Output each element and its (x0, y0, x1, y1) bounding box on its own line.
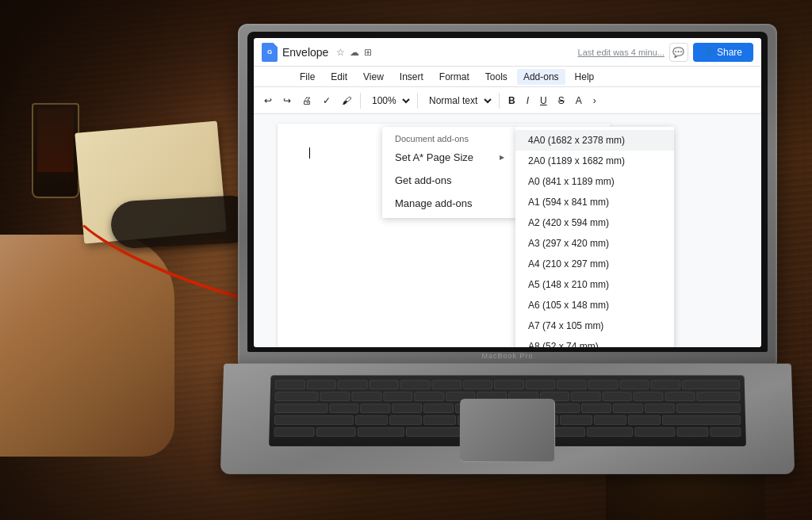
addons-get[interactable]: Get add-ons (382, 169, 517, 192)
key[interactable] (627, 415, 660, 425)
get-addons-label: Get add-ons (395, 174, 452, 186)
drink-glass (32, 103, 79, 198)
pagesize-a3[interactable]: A3 (297 x 420 mm) (515, 233, 674, 254)
google-docs-icon: G (262, 43, 278, 62)
enter-key[interactable] (676, 403, 741, 413)
pagesize-a0[interactable]: A0 (841 x 1189 mm) (515, 171, 674, 192)
google-docs-app: G Envelope ☆ ☁ ⊞ Last edit was 4 minu...… (254, 38, 761, 347)
laptop-bezel: G Envelope ☆ ☁ ⊞ Last edit was 4 minu...… (247, 32, 768, 352)
key[interactable] (338, 380, 368, 389)
key[interactable] (423, 415, 455, 425)
key[interactable] (634, 392, 664, 401)
key[interactable] (588, 380, 619, 389)
pagesize-a4[interactable]: A4 (210 x 297 mm) (515, 254, 674, 274)
key[interactable] (383, 392, 413, 401)
key[interactable] (369, 380, 399, 389)
dropdown-container: Document add-ons Set A* Page Size Get ad… (254, 114, 761, 347)
macbook-brand-label: MacBook Pro (481, 352, 533, 360)
menu-help[interactable]: Help (569, 69, 601, 85)
key[interactable] (526, 380, 555, 389)
addons-set-page-size[interactable]: Set A* Page Size (382, 146, 517, 169)
addons-manage[interactable]: Manage add-ons (382, 192, 517, 215)
pagesize-a7[interactable]: A7 (74 x 105 mm) (515, 315, 674, 336)
addons-dropdown[interactable]: Document add-ons Set A* Page Size Get ad… (382, 127, 517, 218)
share-button[interactable]: 👤 Share (693, 43, 753, 62)
key[interactable] (581, 403, 611, 413)
pagesize-a5[interactable]: A5 (148 x 210 mm) (515, 274, 674, 295)
key[interactable] (275, 380, 305, 389)
slides-icon[interactable]: ⊞ (364, 47, 372, 58)
key[interactable] (354, 415, 387, 425)
cmd-key-right[interactable] (587, 427, 633, 437)
laptop: G Envelope ☆ ☁ ⊞ Last edit was 4 minu...… (238, 24, 793, 484)
opt-key[interactable] (316, 427, 356, 437)
key[interactable] (557, 380, 587, 389)
key[interactable] (414, 392, 444, 401)
menu-format[interactable]: Format (433, 69, 476, 85)
laptop-base (220, 364, 795, 474)
key[interactable] (400, 380, 431, 389)
key-row-1 (275, 380, 740, 389)
set-page-size-label: Set A* Page Size (395, 151, 473, 163)
key[interactable] (274, 403, 327, 413)
key[interactable] (463, 380, 492, 389)
pagesize-a6[interactable]: A6 (105 x 148 mm) (515, 295, 674, 315)
key[interactable] (306, 380, 336, 389)
laptop-screen[interactable]: G Envelope ☆ ☁ ⊞ Last edit was 4 minu...… (254, 38, 761, 347)
key[interactable] (645, 403, 675, 413)
menu-addons[interactable]: Add-ons (517, 69, 565, 85)
pagesize-a2[interactable]: A2 (420 x 594 mm) (515, 212, 674, 233)
shift-key[interactable] (274, 415, 354, 425)
person-arm-left (0, 235, 174, 457)
key[interactable] (571, 392, 601, 401)
arrow-right[interactable] (710, 427, 741, 437)
key[interactable] (320, 392, 350, 401)
key[interactable] (602, 392, 632, 401)
menu-edit[interactable]: Edit (324, 69, 354, 85)
key[interactable] (494, 380, 523, 389)
menu-insert[interactable]: Insert (393, 69, 430, 85)
title-bar: G Envelope ☆ ☁ ⊞ Last edit was 4 minu...… (254, 38, 761, 67)
laptop-lid: G Envelope ☆ ☁ ⊞ Last edit was 4 minu...… (238, 24, 777, 365)
pagesize-a1[interactable]: A1 (594 x 841 mm) (515, 192, 674, 212)
cmd-key[interactable] (358, 427, 404, 437)
menu-file[interactable]: File (293, 69, 321, 85)
document-title[interactable]: Envelope (282, 46, 328, 59)
chat-icon[interactable]: 💬 (669, 43, 688, 62)
trackpad[interactable] (460, 399, 556, 462)
shift-key-right[interactable] (661, 415, 741, 425)
key[interactable] (696, 392, 741, 401)
key[interactable] (682, 380, 740, 389)
key[interactable] (613, 403, 643, 413)
menu-bar: File Edit View Insert Format Tools Add-o… (254, 67, 761, 87)
key[interactable] (389, 415, 421, 425)
key[interactable] (650, 380, 680, 389)
key[interactable] (329, 403, 359, 413)
pagesize-submenu[interactable]: 4A0 (1682 x 2378 mm) 2A0 (1189 x 1682 mm… (515, 127, 674, 347)
pagesize-a8[interactable]: A8 (52 x 74 mm) (515, 336, 674, 347)
key[interactable] (275, 392, 320, 401)
key[interactable] (665, 392, 695, 401)
last-edit-status[interactable]: Last edit was 4 minu... (578, 48, 665, 57)
document-body[interactable]: Document add-ons Set A* Page Size Get ad… (254, 114, 761, 347)
key[interactable] (619, 380, 649, 389)
key[interactable] (431, 380, 462, 389)
key[interactable] (351, 392, 381, 401)
pagesize-4a0[interactable]: 4A0 (1682 x 2378 mm) (515, 130, 674, 151)
cloud-icon[interactable]: ☁ (350, 47, 359, 58)
opt-key-right[interactable] (635, 427, 676, 437)
key[interactable] (423, 403, 454, 413)
menu-tools[interactable]: Tools (479, 69, 514, 85)
key[interactable] (593, 415, 626, 425)
manage-addons-label: Manage add-ons (395, 197, 473, 209)
arrow-left[interactable] (676, 427, 708, 437)
ctrl-key[interactable] (274, 427, 314, 437)
star-icon[interactable]: ☆ (336, 47, 345, 58)
title-action-icons: ☆ ☁ ⊞ (336, 47, 372, 58)
addons-dropdown-title: Document add-ons (382, 130, 517, 146)
key[interactable] (559, 415, 592, 425)
key[interactable] (392, 403, 422, 413)
menu-view[interactable]: View (357, 69, 390, 85)
pagesize-2a0[interactable]: 2A0 (1189 x 1682 mm) (515, 151, 674, 171)
key[interactable] (361, 403, 391, 413)
